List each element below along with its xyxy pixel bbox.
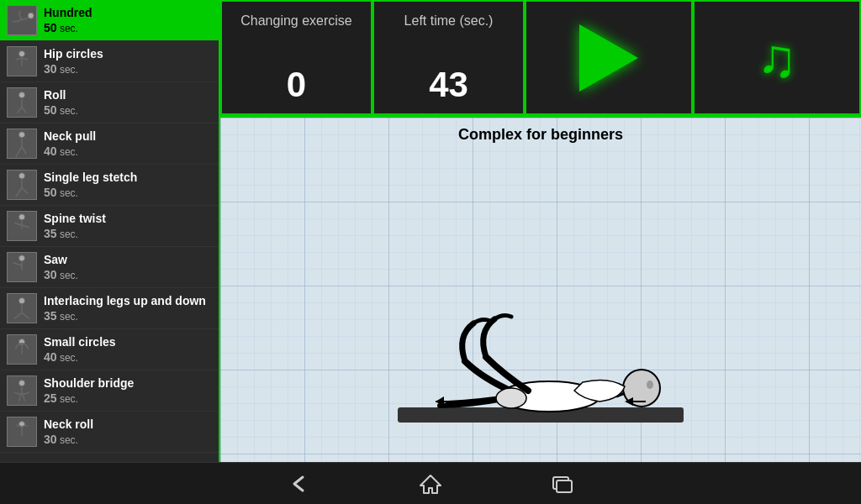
exercise-duration: 40 sec. [44, 144, 96, 158]
svg-line-4 [18, 11, 20, 14]
svg-point-32 [18, 381, 24, 386]
home-button[interactable] [415, 469, 446, 499]
exercise-duration: 35 sec. [44, 227, 106, 240]
exercise-item[interactable]: Small circles 40 sec. [0, 329, 219, 370]
exercise-info: Saw 30 sec. [44, 253, 78, 282]
right-panel: Changing exercise 0 Left time (sec.) 43 … [220, 0, 861, 462]
exercise-info: Neck roll 30 sec. [44, 417, 93, 447]
exercise-thumbnail [7, 375, 37, 406]
exercise-info: Roll 50 sec. [44, 88, 78, 118]
exercise-info: Single leg stetch 50 sec. [44, 171, 137, 200]
exercise-item[interactable]: Hundred 50 sec. [0, 0, 219, 41]
exercise-duration: 35 sec. [44, 309, 206, 323]
svg-rect-53 [557, 480, 572, 492]
exercise-info: Neck pull 40 sec. [44, 129, 96, 159]
back-button[interactable] [284, 469, 314, 499]
exercise-info: Hundred 50 sec. [44, 6, 92, 35]
exercise-duration: 30 sec. [44, 433, 93, 446]
left-time-value: 43 [429, 65, 468, 105]
exercise-name: Spine twist [44, 212, 106, 226]
exercise-info: Shoulder bridge 25 sec. [44, 376, 134, 406]
svg-line-10 [22, 107, 26, 113]
svg-point-0 [28, 13, 34, 18]
exercise-thumbnail [7, 417, 37, 447]
exercise-item[interactable]: Single leg stetch 50 sec. [0, 165, 219, 206]
exercise-display: Complex for beginners [220, 118, 861, 462]
exercise-info: Interlacing legs up and down 35 sec. [44, 294, 206, 323]
exercise-thumbnail [7, 5, 37, 35]
exercise-name: Shoulder bridge [44, 376, 134, 391]
exercise-thumbnail [7, 293, 37, 323]
music-button[interactable]: ♫ [693, 0, 861, 115]
exercise-thumbnail [7, 211, 37, 241]
svg-line-28 [14, 312, 22, 318]
changing-exercise-box: Changing exercise 0 [220, 0, 372, 115]
exercise-name: Hundred [44, 6, 92, 20]
changing-exercise-label: Changing exercise [240, 13, 352, 29]
svg-point-11 [18, 132, 24, 138]
exercise-info: Hip circles 30 sec. [44, 47, 103, 76]
exercise-duration: 40 sec. [44, 350, 116, 364]
svg-marker-51 [420, 475, 441, 493]
svg-line-9 [18, 107, 22, 113]
svg-point-20 [18, 214, 24, 220]
exercise-title: Complex for beginners [450, 118, 631, 152]
play-button[interactable] [525, 0, 693, 115]
exercise-duration: 30 sec. [44, 268, 78, 281]
svg-line-18 [16, 188, 22, 197]
exercise-item[interactable]: Neck roll 30 sec. [0, 412, 219, 453]
svg-line-14 [16, 154, 18, 157]
exercise-duration: 25 sec. [44, 391, 134, 405]
exercise-thumbnail [7, 87, 37, 118]
exercise-duration: 50 sec. [44, 21, 92, 34]
svg-point-23 [18, 255, 24, 261]
exercise-item[interactable]: Roll 50 sec. [0, 82, 219, 123]
exercise-item[interactable]: Hip circles 30 sec. [0, 41, 219, 82]
svg-point-16 [18, 173, 24, 179]
exercise-thumbnail [7, 170, 37, 200]
exercise-figure [381, 252, 700, 437]
exercise-item[interactable]: Interlacing legs up and down 35 sec. [0, 288, 219, 329]
svg-line-25 [13, 263, 22, 266]
exercise-item[interactable]: Shoulder bridge 25 sec. [0, 370, 219, 412]
svg-line-15 [22, 147, 26, 155]
exercise-thumbnail [7, 334, 37, 365]
top-controls: Changing exercise 0 Left time (sec.) 43 … [220, 0, 861, 118]
svg-point-5 [18, 51, 24, 57]
exercise-duration: 50 sec. [44, 186, 137, 199]
svg-point-7 [18, 92, 24, 98]
content-area: Hundred 50 sec. Hip circles 30 sec. Roll… [0, 0, 861, 462]
exercise-thumbnail [7, 129, 37, 159]
bottom-nav [0, 462, 861, 504]
exercise-list: Hundred 50 sec. Hip circles 30 sec. Roll… [0, 0, 220, 462]
exercise-name: Interlacing legs up and down [44, 294, 206, 308]
exercise-info: Spine twist 35 sec. [44, 212, 106, 241]
recent-button[interactable] [547, 469, 577, 499]
exercise-name: Single leg stetch [44, 171, 137, 185]
exercise-name: Roll [44, 88, 78, 102]
exercise-thumbnail [7, 46, 37, 76]
svg-point-44 [647, 381, 653, 389]
play-icon [579, 24, 638, 92]
exercise-duration: 50 sec. [44, 103, 78, 117]
music-icon: ♫ [757, 31, 797, 85]
exercise-duration: 30 sec. [44, 62, 103, 76]
main-container: Hundred 50 sec. Hip circles 30 sec. Roll… [0, 0, 861, 504]
left-time-label: Left time (sec.) [404, 13, 494, 29]
svg-line-13 [18, 147, 22, 155]
exercise-name: Neck roll [44, 417, 93, 432]
svg-line-29 [22, 312, 29, 318]
svg-point-26 [18, 298, 24, 304]
svg-point-50 [496, 388, 526, 408]
exercise-item[interactable]: Saw 30 sec. [0, 247, 219, 288]
exercise-thumbnail [7, 252, 37, 282]
exercise-name: Small circles [44, 335, 116, 349]
exercise-name: Neck pull [44, 129, 96, 144]
exercise-name: Hip circles [44, 47, 103, 61]
svg-line-3 [18, 14, 22, 20]
exercise-item[interactable]: Neck pull 40 sec. [0, 123, 219, 165]
left-time-box: Left time (sec.) 43 [372, 0, 525, 115]
exercise-item[interactable]: Spine twist 35 sec. [0, 206, 219, 247]
exercise-name: Saw [44, 253, 78, 267]
exercise-info: Small circles 40 sec. [44, 335, 116, 365]
